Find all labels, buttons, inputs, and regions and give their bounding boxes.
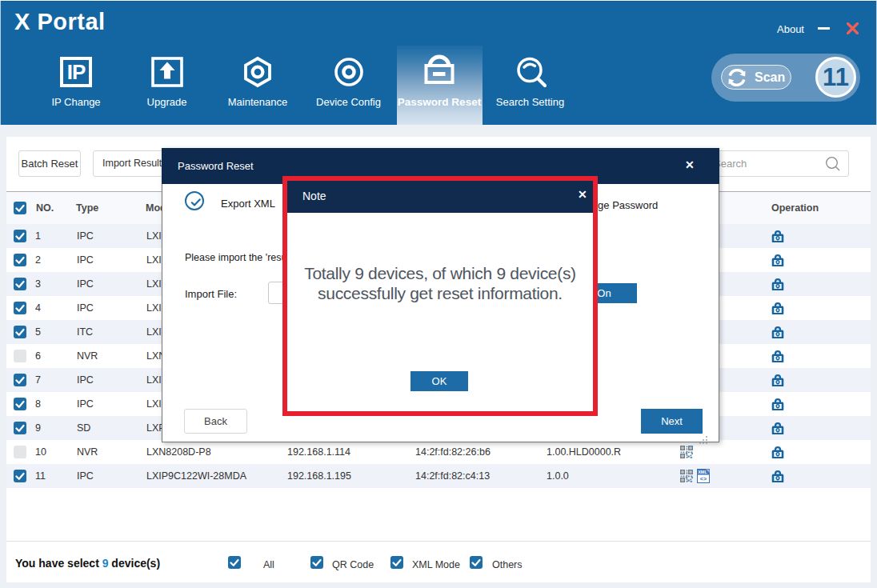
svg-text:IP: IP bbox=[67, 60, 86, 84]
svg-text:<>: <> bbox=[700, 476, 707, 482]
svg-text:XML: XML bbox=[698, 470, 707, 474]
